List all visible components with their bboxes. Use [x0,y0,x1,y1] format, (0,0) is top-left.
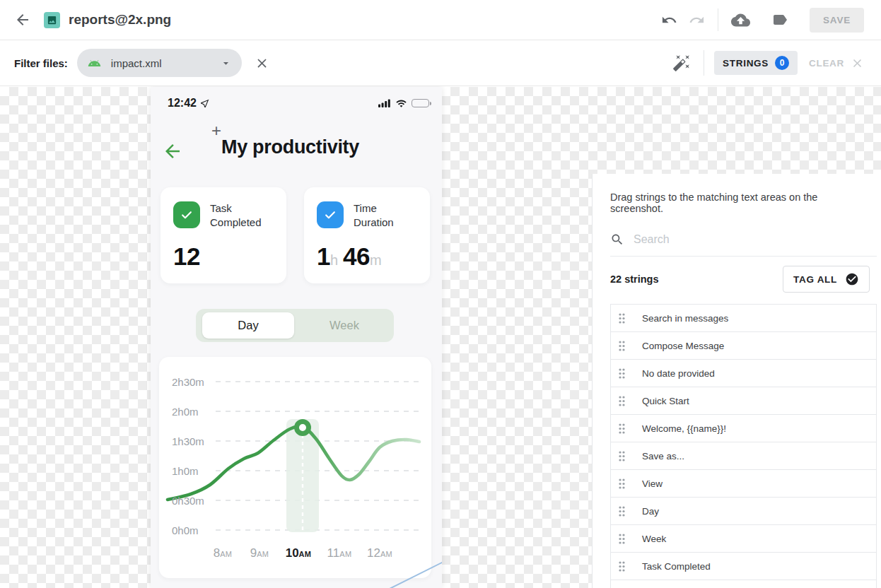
string-row[interactable]: No date provided [610,359,877,387]
y-axis-label: 1h0m [172,465,199,477]
undo-icon [661,12,677,28]
android-icon [87,59,102,68]
y-axis-label: 2h0m [172,406,199,418]
redo-button[interactable] [686,9,708,31]
magic-wand-icon [672,54,691,72]
strings-header-row: 22 strings TAG ALL [610,266,877,293]
task-card-value: 12 [173,242,200,271]
string-row[interactable]: Search in messages [610,304,877,332]
drag-handle-icon[interactable] [618,340,626,352]
clear-strings-button[interactable]: CLEAR [809,57,864,70]
undo-button[interactable] [658,9,680,31]
y-axis-label: 0h0m [172,524,199,536]
duration-value-part: m [370,252,382,268]
strings-list: Search in messages Compose Message [610,304,877,588]
string-row[interactable]: Task Completed [610,552,877,580]
tag-icon [771,11,788,28]
clear-label: CLEAR [809,58,844,69]
panel-instruction: Drag strings to the matching text areas … [610,192,868,214]
string-label: Week [642,534,666,544]
string-label: Day [642,506,659,517]
selected-file-name: impact.xml [111,57,220,69]
x-axis-label: 8AM [214,546,233,560]
string-row[interactable]: Quick Start [610,387,877,415]
strings-panel: Drag strings to the matching text areas … [592,174,881,588]
search-input[interactable] [634,233,877,246]
duration-check-icon [317,201,344,228]
string-row[interactable]: Save as... [610,442,877,470]
highlight-point-marker[interactable] [297,422,309,434]
duration-value-part: 1 [317,242,330,270]
toolbar-divider [718,8,718,31]
tag-all-label: TAG ALL [793,274,837,285]
x-axis-label: 9AM [250,546,269,560]
cloud-upload-icon [731,11,750,30]
drag-handle-icon[interactable] [618,312,626,324]
check-circle-icon [845,272,859,286]
clear-close-icon [851,57,864,70]
line-chart [159,357,431,578]
strings-filter-chip[interactable]: STRINGS 0 [714,51,798,75]
drag-handle-icon[interactable] [618,395,626,407]
save-button[interactable]: SAVE [810,8,864,33]
drag-handle-icon[interactable] [618,533,626,545]
plus-marker: + [211,121,221,141]
drag-handle-icon[interactable] [618,478,626,490]
status-time: 12:42 [168,97,197,110]
time-duration-card: Time Duration 1h46m [304,187,430,283]
phone-status-bar: 12:42 [168,97,429,110]
string-label: Task Completed [642,561,711,572]
duration-card-value: 1h46m [317,242,382,271]
strings-count-badge: 0 [775,56,789,70]
string-label: Welcome, {{name}}! [642,423,726,434]
editor-canvas: 12:42 + My productivity Task Complete [0,87,881,588]
string-label: View [642,478,663,489]
string-label: Search in messages [642,313,728,324]
duration-value-part: h [330,252,338,268]
wifi-icon [395,99,407,108]
filterbar-divider [704,50,704,76]
close-icon [255,56,269,71]
clear-file-filter-button[interactable] [252,53,272,74]
drag-handle-icon[interactable] [618,560,626,572]
string-row[interactable]: Compose Message [610,331,877,360]
screenshot-phone[interactable]: 12:42 + My productivity Task Complete [151,87,442,588]
tag-button[interactable] [769,8,791,31]
page-title: reports@2x.png [69,12,171,28]
task-completed-card: Task Completed 12 [161,187,286,283]
duration-value-part: 46 [343,242,370,270]
back-arrow-icon [14,11,31,28]
strings-chip-label: STRINGS [723,58,769,69]
drag-handle-icon[interactable] [618,505,626,517]
back-button[interactable] [11,8,34,31]
drag-handle-icon[interactable] [618,450,626,462]
upload-button[interactable] [728,8,753,33]
drag-handle-icon[interactable] [618,423,626,435]
string-row[interactable]: Welcome, {{name}}! [610,414,877,442]
y-axis-label: 0h30m [172,495,204,507]
x-axis-label: 11AM [327,546,352,560]
location-arrow-icon [200,99,209,108]
tag-all-button[interactable]: TAG ALL [783,266,870,293]
toggle-day[interactable]: Day [202,312,294,339]
signal-bars-icon [378,99,391,107]
phone-screen-title: My productivity [221,136,359,158]
search-field[interactable] [610,233,877,257]
duration-card-label: Time Duration [354,201,404,229]
auto-tag-wand-button[interactable] [670,51,694,75]
string-row[interactable]: View [610,469,877,498]
redo-icon [689,12,705,28]
file-filter-dropdown[interactable]: impact.xml [77,49,242,77]
green-back-arrow-icon [162,141,183,162]
toggle-week[interactable]: Week [295,309,394,342]
x-axis-label: 12AM [367,546,392,560]
string-row[interactable]: Day [610,497,877,525]
drag-handle-icon[interactable] [618,368,626,380]
top-bar: reports@2x.png SAVE [0,0,881,40]
filter-bar: Filter files: impact.xml STRINGS 0 CLEAR [0,40,881,86]
phone-back-arrow[interactable] [162,141,183,165]
battery-icon [412,99,429,108]
string-row[interactable]: Time Duration [610,580,877,588]
strings-count-label: 22 strings [610,274,659,285]
string-row[interactable]: Week [610,524,877,553]
